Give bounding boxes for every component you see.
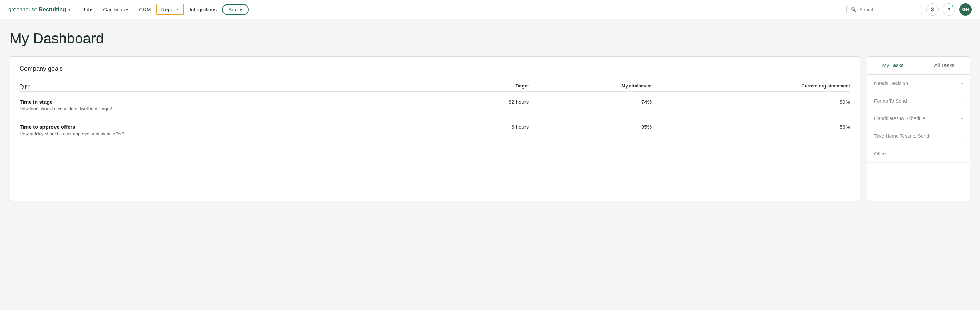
- task-label: Take Home Tests to Send: [874, 133, 929, 139]
- col-org-attainment: Current org attainment: [652, 81, 850, 92]
- task-count: -: [961, 150, 963, 157]
- nav-candidates[interactable]: Candidates: [99, 5, 134, 14]
- goal-type-cell: Time to approve offers How quickly shoul…: [20, 117, 447, 142]
- goal-target: 82 hours: [447, 92, 529, 117]
- list-item[interactable]: Candidates to Schedule -: [867, 110, 970, 127]
- list-item[interactable]: Forms To Send -: [867, 92, 970, 110]
- main-content: My Dashboard Company goals Type Target M…: [0, 19, 980, 212]
- tab-all-tasks[interactable]: All Tasks: [919, 57, 970, 74]
- col-my-attainment: My attainment: [529, 81, 652, 92]
- goal-org-attainment: 80%: [652, 92, 850, 117]
- goal-desc: How long should a candidate dwell in a s…: [20, 106, 447, 111]
- add-button[interactable]: Add ▾: [222, 4, 249, 15]
- avatar[interactable]: GH: [959, 3, 972, 16]
- nav-crm[interactable]: CRM: [135, 5, 155, 14]
- search-bar[interactable]: 🔍: [846, 5, 922, 14]
- goal-my-attainment: 74%: [529, 92, 652, 117]
- list-item[interactable]: Offers -: [867, 145, 970, 163]
- help-button[interactable]: ?: [943, 3, 955, 16]
- dashboard-layout: Company goals Type Target My attainment …: [10, 57, 970, 201]
- brand-logo[interactable]: greenhouse Recruiting ▾: [8, 6, 70, 13]
- goal-name: Time in stage: [20, 99, 447, 105]
- company-goals-title: Company goals: [20, 65, 850, 72]
- task-count: -: [961, 98, 963, 104]
- task-count: -: [961, 133, 963, 139]
- navbar: greenhouse Recruiting ▾ Jobs Candidates …: [0, 0, 980, 19]
- tasks-list: Needs Decision - Forms To Send - Candida…: [867, 75, 970, 163]
- goal-org-attainment: 56%: [652, 117, 850, 142]
- task-label: Needs Decision: [874, 81, 908, 86]
- nav-integrations[interactable]: Integrations: [186, 5, 221, 14]
- list-item[interactable]: Needs Decision -: [867, 75, 970, 92]
- goal-my-attainment: 35%: [529, 117, 652, 142]
- brand-name-recruiting: Recruiting: [39, 6, 66, 13]
- nav-reports[interactable]: Reports: [156, 4, 184, 15]
- nav-jobs[interactable]: Jobs: [79, 5, 98, 14]
- col-type: Type: [20, 81, 447, 92]
- search-icon: 🔍: [851, 7, 857, 13]
- tasks-tabs: My Tasks All Tasks: [867, 57, 970, 75]
- table-row: Time in stage How long should a candidat…: [20, 92, 850, 117]
- tasks-card: My Tasks All Tasks Needs Decision - Form…: [867, 57, 970, 201]
- goal-desc: How quickly should a user approve or den…: [20, 131, 447, 136]
- col-target: Target: [447, 81, 529, 92]
- tab-my-tasks[interactable]: My Tasks: [867, 57, 919, 74]
- page-title: My Dashboard: [10, 30, 970, 47]
- brand-chevron-icon[interactable]: ▾: [68, 7, 70, 12]
- list-item[interactable]: Take Home Tests to Send -: [867, 127, 970, 145]
- goals-table: Type Target My attainment Current org at…: [20, 81, 850, 142]
- add-chevron-icon: ▾: [240, 6, 242, 13]
- brand-name-greenhouse: greenhouse: [8, 6, 38, 13]
- task-label: Offers: [874, 151, 887, 157]
- table-row: Time to approve offers How quickly shoul…: [20, 117, 850, 142]
- company-goals-card: Company goals Type Target My attainment …: [10, 57, 860, 201]
- nav-links: Jobs Candidates CRM Reports Integrations…: [79, 4, 843, 15]
- nav-right: 🔍 ⚙ ? GH: [846, 3, 972, 16]
- task-count: -: [961, 80, 963, 87]
- notification-dot: [951, 5, 954, 7]
- goal-name: Time to approve offers: [20, 124, 447, 130]
- task-label: Candidates to Schedule: [874, 116, 926, 121]
- settings-button[interactable]: ⚙: [926, 3, 939, 16]
- goal-type-cell: Time in stage How long should a candidat…: [20, 92, 447, 117]
- goal-target: 6 hours: [447, 117, 529, 142]
- question-icon: ?: [948, 7, 951, 13]
- task-label: Forms To Send: [874, 98, 907, 104]
- gear-icon: ⚙: [930, 6, 935, 13]
- task-count: -: [961, 115, 963, 122]
- search-input[interactable]: [859, 7, 918, 13]
